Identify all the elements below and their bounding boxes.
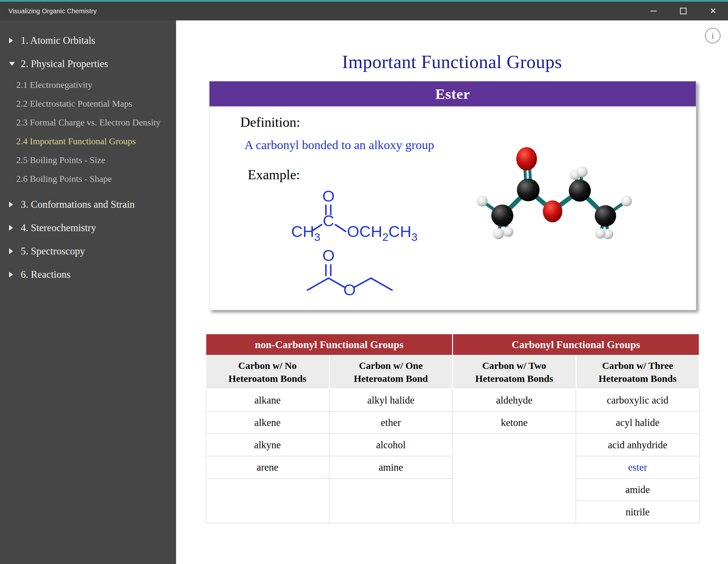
ester-card: Ester Definition: A carbonyl bonded to a… bbox=[209, 81, 696, 310]
sidebar-subitem-label: 2.4 Important Functional Groups bbox=[16, 136, 136, 147]
titlebar[interactable]: Visualizing Organic Chemistry ✕ bbox=[0, 2, 728, 20]
sidebar-item-atomic-orbitals[interactable]: 1. Atomic Orbitals bbox=[0, 29, 176, 52]
sidebar-item-reactions[interactable]: 6. Reactions bbox=[0, 263, 176, 286]
hydrogen-atom bbox=[595, 228, 605, 239]
info-icon-letter: i bbox=[711, 30, 714, 41]
sidebar-item-formal-charge-vs-electron-density[interactable]: 2.3 Formal Charge vs. Electron Density bbox=[0, 113, 176, 132]
chevron-right-icon bbox=[9, 225, 21, 231]
oxygen-atom bbox=[543, 200, 562, 222]
sidebar-item-boiling-points-size[interactable]: 2.5 Boiling Points - Size bbox=[0, 151, 176, 170]
cell-alkane: alkane bbox=[206, 389, 329, 412]
hydrogen-atom bbox=[477, 196, 488, 207]
chevron-right-icon bbox=[9, 272, 21, 278]
col-header-no-heteroatom: Carbon w/ No Heteroatom Bonds bbox=[206, 355, 329, 389]
hydrogen-atom bbox=[621, 196, 632, 207]
cell-arene: arene bbox=[206, 456, 329, 478]
cell-alkyl-halide: alkyl halide bbox=[329, 389, 453, 412]
cell-ether: ether bbox=[329, 411, 453, 434]
table-cell-empty bbox=[329, 478, 453, 523]
ester-card-header: Ester bbox=[209, 81, 696, 106]
skeletal-ester-oxygen-label: O bbox=[343, 281, 356, 298]
window-controls: ✕ bbox=[638, 2, 728, 20]
cell-alcohol: alcohol bbox=[329, 434, 453, 456]
alkoxy-group-label: OCH2CH3 bbox=[347, 223, 418, 243]
molecule-3d-model bbox=[477, 147, 632, 239]
methyl-group-label: CH3 bbox=[291, 223, 320, 243]
group-header-non-carbonyl: non-Carbonyl Functional Groups bbox=[206, 334, 453, 355]
single-bond-line bbox=[335, 225, 346, 232]
cell-aldehyde: aldehyde bbox=[453, 389, 576, 412]
sidebar-item-electronegativity[interactable]: 2.1 Electronegativity bbox=[0, 76, 176, 94]
sidebar-item-important-functional-groups[interactable]: 2.4 Important Functional Groups bbox=[0, 132, 176, 151]
maximize-button[interactable] bbox=[668, 2, 698, 20]
sidebar-subitem-label: 2.5 Boiling Points - Size bbox=[16, 155, 105, 165]
sidebar-item-label: 2. Physical Properties bbox=[21, 58, 108, 70]
molecule-atoms bbox=[477, 147, 632, 239]
table-cell-empty bbox=[206, 478, 329, 523]
group-header-carbonyl: Carbonyl Functional Groups bbox=[453, 334, 699, 355]
chevron-down-icon bbox=[9, 62, 21, 66]
cell-amine: amine bbox=[329, 456, 453, 478]
sidebar-item-electrostatic-potential-maps[interactable]: 2.2 Electrostatic Potential Maps bbox=[0, 94, 176, 113]
sidebar-item-label: 4. Stereochemistry bbox=[21, 222, 96, 234]
table-row: alkene ether ketone acyl halide bbox=[206, 411, 699, 434]
cell-amide: amide bbox=[576, 478, 699, 501]
ester-card-body: Definition: A carbonyl bonded to an alko… bbox=[209, 106, 696, 311]
skeletal-bond bbox=[307, 278, 345, 290]
page-title: Important Functional Groups bbox=[176, 51, 728, 72]
oxygen-atom bbox=[516, 147, 537, 171]
table-cell-empty bbox=[453, 434, 576, 523]
condensed-formula: O C CH3 OCH2CH3 bbox=[291, 187, 418, 243]
carbon-atom bbox=[491, 205, 513, 227]
minimize-button[interactable] bbox=[638, 2, 668, 20]
methyl-subscript: 3 bbox=[314, 231, 320, 243]
sidebar-item-spectroscopy[interactable]: 5. Spectroscopy bbox=[0, 240, 176, 263]
ester-card-title: Ester bbox=[435, 86, 470, 102]
close-icon: ✕ bbox=[710, 7, 716, 15]
chevron-right-icon bbox=[9, 38, 21, 43]
info-icon[interactable]: i bbox=[705, 28, 721, 43]
close-button[interactable]: ✕ bbox=[698, 2, 728, 20]
carbon-atom bbox=[569, 180, 591, 202]
main-content: i Important Functional Groups Ester Defi… bbox=[176, 20, 728, 564]
table-column-header-row: Carbon w/ No Heteroatom Bonds Carbon w/ … bbox=[206, 355, 699, 389]
cell-ester: ester bbox=[576, 456, 699, 478]
col-header-one-heteroatom: Carbon w/ One Heteroatom Bond bbox=[329, 355, 453, 389]
chemistry-graphics: O C CH3 OCH2CH3 O bbox=[209, 107, 697, 311]
carbonyl-carbon-label: C bbox=[323, 212, 334, 230]
sidebar-item-boiling-points-shape[interactable]: 2.6 Boiling Points - Shape bbox=[0, 170, 176, 188]
hydrogen-atom bbox=[493, 228, 504, 239]
cell-alkene: alkene bbox=[206, 411, 329, 434]
skeletal-bond bbox=[354, 278, 392, 290]
app-window: Visualizing Organic Chemistry ✕ 1. Atomi… bbox=[0, 0, 728, 564]
alkoxy-subscript-3: 3 bbox=[412, 231, 418, 243]
skeletal-carbonyl-oxygen-label: O bbox=[322, 247, 335, 264]
cell-acid-anhydride: acid anhydride bbox=[576, 434, 699, 456]
carbon-atom bbox=[517, 179, 540, 201]
functional-groups-table: non-Carbonyl Functional Groups Carbonyl … bbox=[205, 333, 700, 523]
sidebar-spacer bbox=[0, 188, 176, 193]
sidebar-item-physical-properties[interactable]: 2. Physical Properties bbox=[0, 52, 176, 76]
carbonyl-oxygen-label: O bbox=[322, 187, 335, 205]
sidebar-subitem-label: 2.1 Electronegativity bbox=[16, 80, 92, 90]
sidebar-item-label: 1. Atomic Orbitals bbox=[21, 35, 95, 46]
table-row: alkyne alcohol acid anhydride bbox=[206, 434, 699, 456]
sidebar-item-stereochemistry[interactable]: 4. Stereochemistry bbox=[0, 216, 176, 240]
cell-ketone: ketone bbox=[453, 411, 576, 434]
alkoxy-och-text: OCH bbox=[347, 223, 382, 240]
skeletal-formula: O O bbox=[307, 247, 392, 298]
cell-acyl-halide: acyl halide bbox=[576, 411, 699, 434]
window-title: Visualizing Organic Chemistry bbox=[0, 7, 97, 15]
sidebar-item-label: 3. Conformations and Strain bbox=[21, 199, 135, 210]
sidebar-subitem-label: 2.3 Formal Charge vs. Electron Density bbox=[16, 117, 161, 128]
sidebar-subitem-label: 2.2 Electrostatic Potential Maps bbox=[16, 99, 132, 109]
sidebar-item-label: 5. Spectroscopy bbox=[21, 246, 85, 257]
sidebar-item-conformations-and-strain[interactable]: 3. Conformations and Strain bbox=[0, 193, 176, 216]
cell-nitrile: nitrile bbox=[576, 501, 699, 523]
chevron-right-icon bbox=[9, 248, 21, 254]
cell-carboxylic-acid: carboxylic acid bbox=[576, 389, 699, 412]
minimize-icon bbox=[650, 11, 657, 11]
col-header-two-heteroatom: Carbon w/ Two Heteroatom Bonds bbox=[453, 355, 576, 389]
maximize-icon bbox=[680, 8, 686, 14]
hydrogen-atom bbox=[503, 227, 513, 237]
